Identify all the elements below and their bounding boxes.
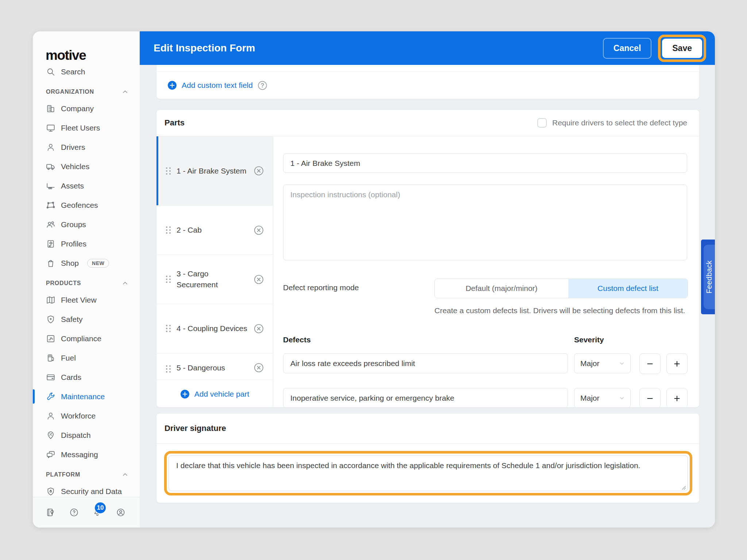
person-icon [46,143,55,152]
sidebar-item-vehicles[interactable]: Vehicles [33,157,140,176]
drag-handle-icon[interactable] [166,276,171,283]
sidebar-item-maintenance[interactable]: Maintenance [33,387,140,406]
part-item-cargo-securement[interactable]: 3 - Cargo Securement [156,255,273,304]
sidebar-section-products[interactable]: PRODUCTS [33,273,140,290]
sidebar-item-fuel[interactable]: Fuel [33,348,140,368]
help-icon[interactable] [69,508,79,517]
chevron-up-icon [121,280,129,287]
add-custom-text-field-link[interactable]: Add custom text field [182,81,253,90]
sidebar-item-safety[interactable]: Safety [33,310,140,329]
header-actions: Cancel Save [603,35,706,62]
severity-select[interactable]: Major [574,353,631,373]
feedback-tab[interactable]: Feedback [701,240,715,314]
severity-select[interactable]: Major [574,388,631,408]
remove-defect-button[interactable] [639,353,661,374]
dispatch-pin-icon [46,431,55,440]
help-circle-icon[interactable]: ? [258,81,267,90]
remove-defect-button[interactable] [639,388,661,408]
defect-name-input[interactable] [283,353,568,373]
company-icon [46,104,55,113]
map-icon [46,295,55,305]
chevron-up-icon [121,88,129,96]
remove-part-icon[interactable] [253,323,264,334]
save-button[interactable]: Save [662,39,702,58]
remove-part-icon[interactable] [253,274,264,285]
person-icon [46,411,55,421]
truck-icon [46,162,55,171]
chat-bubbles-icon [46,450,55,459]
signature-highlight-ring: I declare that this vehicle has been ins… [164,451,692,495]
sidebar-item-messaging[interactable]: Messaging [33,445,140,464]
sidebar-item-groups[interactable]: Groups [33,215,140,234]
add-defect-button[interactable] [666,353,688,374]
defect-mode-segmented-control: Default (major/minor) Custom defect list [434,279,688,298]
trailer-icon [46,181,55,191]
drag-handle-icon[interactable] [166,226,171,234]
plus-circle-icon [167,81,177,90]
feedback-tab-inner: Feedback [704,245,715,309]
chevron-up-icon [121,471,129,478]
sidebar-item-company[interactable]: Company [33,99,140,118]
chevron-down-icon [618,359,626,368]
driver-signature-textarea[interactable]: I declare that this vehicle has been ins… [169,455,688,491]
monitor-icon [46,123,55,133]
sidebar-item-fleet-view[interactable]: Fleet View [33,290,140,310]
compliance-chart-icon [46,334,55,343]
add-vehicle-part-row[interactable]: Add vehicle part [156,380,273,408]
drag-handle-icon[interactable] [166,325,171,332]
motive-logo: motive [46,48,86,62]
plus-circle-icon [180,389,190,399]
page-header: Edit Inspection Form Cancel Save [140,31,715,65]
mode-default-button[interactable]: Default (major/minor) [435,279,568,298]
shield-icon [46,315,55,324]
require-defect-type-checkbox[interactable] [537,118,547,128]
sidebar-item-search[interactable]: Search [33,62,140,81]
sidebar-item-assets[interactable]: Assets [33,176,140,195]
add-defect-button[interactable] [666,388,688,408]
main-content: Add custom text field ? Parts Require dr… [140,65,715,528]
cancel-button[interactable]: Cancel [603,38,651,59]
sidebar-section-platform[interactable]: PLATFORM [33,464,140,482]
part-item-cab[interactable]: 2 - Cab [156,206,273,255]
inspection-instructions-textarea[interactable] [283,184,687,260]
sidebar-item-fleet-users[interactable]: Fleet Users [33,118,140,137]
sidebar-item-dispatch[interactable]: Dispatch [33,425,140,445]
sidebar-item-cards[interactable]: Cards [33,368,140,387]
defects-column-header: Defects [283,335,311,344]
drag-handle-icon[interactable] [166,167,171,175]
remove-part-icon[interactable] [253,166,264,176]
part-item-air-brake-system[interactable]: 1 - Air Brake System [156,136,273,206]
parts-card-header: Parts Require drivers to select the defe… [156,110,699,136]
sidebar-item-profiles[interactable]: Profiles [33,234,140,253]
mode-help-text: Create a custom defects list. Drivers wi… [434,305,690,316]
parts-title: Parts [165,118,185,128]
chevron-down-icon [618,394,626,402]
defect-reporting-mode-label: Defect reporting mode [283,283,359,292]
drag-handle-icon[interactable] [166,365,171,373]
sidebar-item-workforce[interactable]: Workforce [33,406,140,425]
part-name-input[interactable] [283,153,687,173]
sidebar-item-shop[interactable]: Shop NEW [33,253,140,273]
shield-lock-icon [46,487,55,496]
sidebar-section-organization[interactable]: ORGANIZATION [33,81,140,99]
clipped-row-divider [156,65,699,72]
remove-part-icon[interactable] [253,362,264,373]
account-icon[interactable] [116,508,125,517]
defect-name-input[interactable] [283,388,568,408]
part-item-coupling-devices[interactable]: 4 - Coupling Devices [156,304,273,353]
add-vehicle-part-link: Add vehicle part [194,390,249,398]
mode-custom-defect-list-button[interactable]: Custom defect list [568,279,688,298]
new-badge: NEW [87,259,109,268]
sidebar-item-geofences[interactable]: Geofences [33,195,140,215]
sidebar-item-drivers[interactable]: Drivers [33,137,140,157]
sidebar-item-compliance[interactable]: Compliance [33,329,140,348]
fuel-pump-icon [46,353,55,363]
remove-part-icon[interactable] [253,225,264,236]
shop-bag-icon [46,258,55,268]
logbook-icon[interactable] [46,508,55,517]
driver-signature-header: Driver signature [156,413,699,444]
profiles-icon [46,239,55,249]
search-icon [46,67,55,77]
groups-icon [46,220,55,229]
part-item-dangerous[interactable]: 5 - Dangerous [156,353,273,379]
